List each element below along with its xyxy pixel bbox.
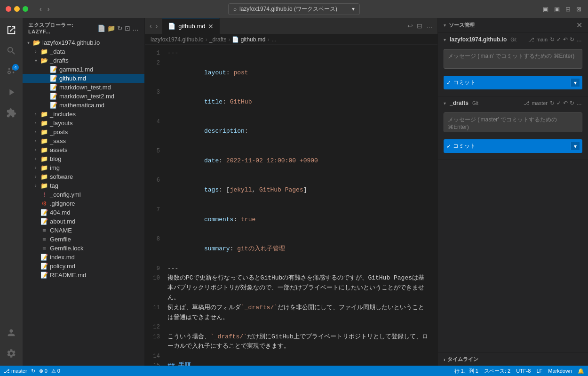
status-branch[interactable]: ⎇ master <box>4 368 27 374</box>
sidebar-item-markdown-test2[interactable]: 📝 markdown_test2.md <box>23 92 144 101</box>
sidebar-item-root[interactable]: ▾ 📂 lazyfox1974.github.io <box>23 38 144 47</box>
timeline-section[interactable]: › タイムライン <box>438 352 588 366</box>
sidebar-item-layouts[interactable]: › 📁 _layouts <box>23 119 144 128</box>
refresh-repo-button[interactable]: ↻ <box>569 36 575 43</box>
activity-settings[interactable] <box>3 345 20 362</box>
activity-extensions[interactable] <box>3 104 20 121</box>
sidebar-item-assets[interactable]: › 📁 assets <box>23 145 144 154</box>
status-warnings[interactable]: ⚠ 0 <box>51 368 60 374</box>
sidebar-item-img[interactable]: › 📁 img <box>23 163 144 172</box>
sidebar-item-readme[interactable]: 📝 README.md <box>23 271 144 280</box>
check-button[interactable]: ✓ <box>556 36 562 43</box>
sidebar-item-mathematica[interactable]: 📝 mathematica.md <box>23 101 144 110</box>
titlebar-search[interactable]: ⌕ lazyfox1974.github.io (ワークスペース) ▾ <box>228 3 360 15</box>
sync-icon: ↻ <box>31 368 35 374</box>
sidebar-item-markdown-test[interactable]: 📝 markdown_test.md <box>23 83 144 92</box>
tree-label: _sass <box>50 137 144 144</box>
sc-repo1-header[interactable]: ▾ lazyfox1974.github.io Git ⎇ main ↻ ✓ ↶… <box>438 33 588 46</box>
sidebar-item-github-md[interactable]: 📝 github.md <box>23 74 144 83</box>
sidebar-item-data[interactable]: › 📁 _data <box>23 47 144 56</box>
breadcrumb-root[interactable]: lazyfox1974.github.io <box>151 36 204 43</box>
status-encoding[interactable]: UTF-8 <box>516 368 531 374</box>
more-repo-button[interactable]: … <box>576 36 582 43</box>
tab-github-md[interactable]: 📄 github.md ✕ <box>162 18 220 34</box>
new-folder-button[interactable]: 📁 <box>107 24 115 32</box>
sync-branch2-button[interactable]: ↻ <box>549 99 555 107</box>
sc-repo2-message-input[interactable] <box>444 112 582 132</box>
sidebar-item-policy[interactable]: 📝 policy.md <box>23 262 144 271</box>
maximize-window-button[interactable] <box>23 6 28 12</box>
sidebar-item-includes[interactable]: › 📁 _includes <box>23 110 144 119</box>
sidebar-item-blog[interactable]: › 📁 blog <box>23 154 144 163</box>
sidebar-item-drafts[interactable]: ▾ 📂 _drafts <box>23 56 144 65</box>
tree-label: _data <box>50 48 144 55</box>
activity-explorer[interactable] <box>3 22 20 39</box>
titlebar-nav: ‹ › <box>38 4 51 14</box>
breadcrumb-more[interactable]: … <box>271 36 277 43</box>
line-content: date: 2022-11-02 12:00:00 +0900 <box>167 146 437 176</box>
editor-area: ‹ › 📄 github.md ✕ ↩ ⊟ … lazyfox1974.gith… <box>145 18 437 366</box>
status-sync[interactable]: ↻ <box>31 368 35 374</box>
tab-nav-back[interactable]: ‹ <box>149 21 153 31</box>
status-errors[interactable]: ⊗ 0 <box>39 368 48 374</box>
sidebar-item-posts[interactable]: › 📁 _posts <box>23 128 144 136</box>
sidebar-item-cname[interactable]: ≡ CNAME <box>23 226 144 235</box>
sc-repo1-commit-button[interactable]: ✓ コミット ▾ <box>444 76 582 89</box>
revert-button[interactable]: ↩ <box>406 21 414 31</box>
status-spaces[interactable]: スペース: 2 <box>484 368 510 375</box>
tree-label: img <box>50 164 144 171</box>
sc-repo2-commit-button[interactable]: ✓ コミット ▾ <box>444 139 582 153</box>
status-line-ending[interactable]: LF <box>536 368 542 374</box>
back-button[interactable]: ‹ <box>38 4 44 14</box>
more-repo2-button[interactable]: … <box>576 99 582 107</box>
forward-button[interactable]: › <box>46 4 52 14</box>
activity-search[interactable] <box>3 42 20 59</box>
code-editor[interactable]: 1 --- 2 layout: post 3 title: GitHub 4 d… <box>145 45 437 366</box>
sc-commit-dropdown[interactable]: ▾ <box>571 79 580 87</box>
activity-accounts[interactable] <box>3 324 20 341</box>
status-line[interactable]: 行 1、列 1 <box>454 368 478 375</box>
sc-commit-dropdown2[interactable]: ▾ <box>571 142 580 150</box>
sync-branch-button[interactable]: ↻ <box>549 36 555 43</box>
sidebar-item-404[interactable]: 📝 404.md <box>23 208 144 217</box>
minimize-window-button[interactable] <box>14 6 20 12</box>
sidebar-item-index[interactable]: 📝 index.md <box>23 253 144 262</box>
layout2-button[interactable]: ▣ <box>553 5 561 14</box>
more-actions-button[interactable]: … <box>132 24 139 32</box>
status-notification[interactable]: 🔔 <box>578 368 584 374</box>
sidebar-item-config[interactable]: ! _config.yml <box>23 190 144 199</box>
refresh-repo2-button[interactable]: ↻ <box>569 99 575 107</box>
history2-button[interactable]: ↶ <box>563 99 568 107</box>
sc-close-button[interactable]: ✕ <box>576 21 582 30</box>
sidebar-item-about[interactable]: 📝 about.md <box>23 217 144 226</box>
sc-repo1-message-input[interactable] <box>444 49 582 69</box>
check2-button[interactable]: ✓ <box>556 99 562 107</box>
md-file-icon: 📝 <box>49 84 58 91</box>
layout3-button[interactable]: ⊞ <box>564 5 572 14</box>
status-language[interactable]: Markdown <box>548 368 572 374</box>
history-button[interactable]: ↶ <box>563 36 568 43</box>
refresh-button[interactable]: ↻ <box>117 24 123 32</box>
sidebar-item-software[interactable]: › 📁 software <box>23 172 144 181</box>
layout1-button[interactable]: ▣ <box>542 5 549 14</box>
split-button[interactable]: ⊟ <box>416 21 423 31</box>
sc-repo2-header[interactable]: ▾ _drafts Git ⎇ master ↻ ✓ ↶ ↻ … <box>438 96 588 110</box>
sidebar-item-gemfile-lock[interactable]: ≡ Gemfile.lock <box>23 244 144 253</box>
breadcrumb-drafts[interactable]: _drafts <box>209 36 227 43</box>
new-file-button[interactable]: 📄 <box>97 24 105 32</box>
tab-nav-forward[interactable]: › <box>155 21 159 31</box>
activity-run[interactable] <box>3 84 20 101</box>
sidebar-item-gemfile[interactable]: ≡ Gemfile <box>23 235 144 244</box>
tab-close-button[interactable]: ✕ <box>208 23 214 30</box>
more-tab-actions[interactable]: … <box>425 21 434 31</box>
close-window-button[interactable] <box>6 6 11 12</box>
tree-label: CNAME <box>50 227 144 234</box>
activity-source-control[interactable]: 4 <box>3 63 20 80</box>
breadcrumb-file[interactable]: 📄 github.md <box>232 36 265 43</box>
collapse-all-button[interactable]: ⊡ <box>125 24 130 32</box>
sidebar-item-gamma1[interactable]: 📝 gamma1.md <box>23 65 144 74</box>
layout4-button[interactable]: ⊠ <box>575 5 582 14</box>
sidebar-item-tag[interactable]: › 📁 tag <box>23 181 144 190</box>
sidebar-item-sass[interactable]: › 📁 _sass <box>23 136 144 145</box>
sidebar-item-gitignore[interactable]: ⚙ .gitignore <box>23 199 144 208</box>
